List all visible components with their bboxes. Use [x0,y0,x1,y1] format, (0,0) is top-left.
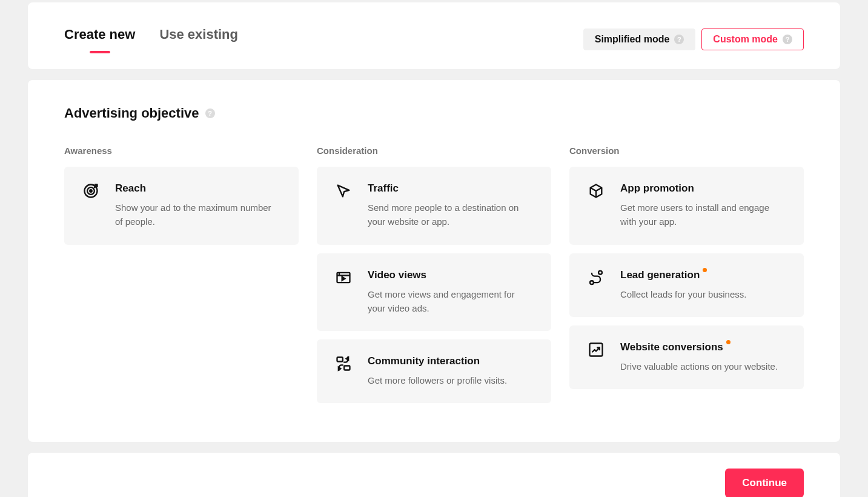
objective-title: App promotion [620,182,694,195]
community-icon [335,355,352,372]
card-body: Community interaction Get more followers… [368,355,507,387]
column-consideration: Consideration Traffic Send more people t… [317,145,551,412]
objective-title: Website conversions [620,341,723,353]
objective-columns: Awareness Reach Show your ad to the maxi… [64,145,804,412]
objective-title: Community interaction [368,355,480,367]
objective-description: Drive valuable actions on your website. [620,359,778,373]
campaign-type-panel: Create new Use existing Simplified mode … [28,2,840,69]
objective-card-video-views[interactable]: Video views Get more views and engagemen… [317,253,551,332]
target-icon [82,182,99,199]
help-icon[interactable]: ? [674,35,684,44]
objective-title: Traffic [368,182,399,195]
new-indicator-dot [703,268,707,272]
new-indicator-dot [726,340,731,344]
column-conversion: Conversion App promotion Get more users … [569,145,804,412]
column-header-consideration: Consideration [317,145,551,156]
chart-up-icon [588,341,605,358]
simplified-mode-label: Simplified mode [595,34,670,45]
objective-card-traffic[interactable]: Traffic Send more people to a destinatio… [317,167,551,245]
cursor-icon [335,182,352,199]
custom-mode-label: Custom mode [713,34,778,45]
objective-description: Send more people to a destination on you… [368,201,533,229]
objective-title: Lead generation [620,269,700,281]
section-title: Advertising objective [64,105,199,121]
help-icon[interactable]: ? [783,35,792,44]
cube-icon [588,182,605,199]
footer-panel: Continue [28,453,840,497]
svg-point-7 [598,270,602,274]
continue-button[interactable]: Continue [725,469,804,497]
svg-rect-5 [344,366,350,370]
custom-mode-button[interactable]: Custom mode ? [701,28,804,50]
column-awareness: Awareness Reach Show your ad to the maxi… [64,145,299,412]
svg-rect-4 [337,358,343,362]
simplified-mode-button[interactable]: Simplified mode ? [583,28,696,50]
objective-card-lead-generation[interactable]: Lead generation Collect leads for your b… [569,253,804,317]
objective-description: Get more views and engagement for your v… [368,287,533,316]
objective-description: Collect leads for your business. [620,287,746,301]
advertising-objective-panel: Advertising objective ? Awareness Reach … [28,80,840,442]
objective-description: Get more users to install and engage wit… [620,201,786,229]
column-header-awareness: Awareness [64,145,299,156]
card-body: Website conversions Drive valuable actio… [620,341,778,373]
svg-point-2 [90,190,92,192]
objective-title: Reach [115,182,146,195]
section-title-row: Advertising objective ? [64,105,804,121]
route-icon [588,269,605,286]
mode-toggle: Simplified mode ? Custom mode ? [583,28,804,50]
objective-description: Get more followers or profile visits. [368,373,507,387]
tab-use-existing[interactable]: Use existing [159,27,238,52]
objective-title: Video views [368,269,426,281]
card-body: Video views Get more views and engagemen… [368,269,533,316]
objective-card-reach[interactable]: Reach Show your ad to the maximum number… [64,167,299,245]
objective-description: Show your ad to the maximum number of pe… [115,201,280,229]
card-body: Reach Show your ad to the maximum number… [115,182,280,229]
svg-rect-8 [590,343,603,356]
tab-create-new[interactable]: Create new [64,27,135,52]
card-body: Lead generation Collect leads for your b… [620,269,746,301]
column-header-conversion: Conversion [569,145,804,156]
campaign-tabs: Create new Use existing [64,27,238,52]
objective-card-app-promotion[interactable]: App promotion Get more users to install … [569,167,804,245]
card-body: App promotion Get more users to install … [620,182,786,229]
objective-card-community-interaction[interactable]: Community interaction Get more followers… [317,339,551,403]
help-icon[interactable]: ? [205,108,215,118]
card-body: Traffic Send more people to a destinatio… [368,182,533,229]
objective-card-website-conversions[interactable]: Website conversions Drive valuable actio… [569,325,804,389]
video-icon [335,269,352,286]
